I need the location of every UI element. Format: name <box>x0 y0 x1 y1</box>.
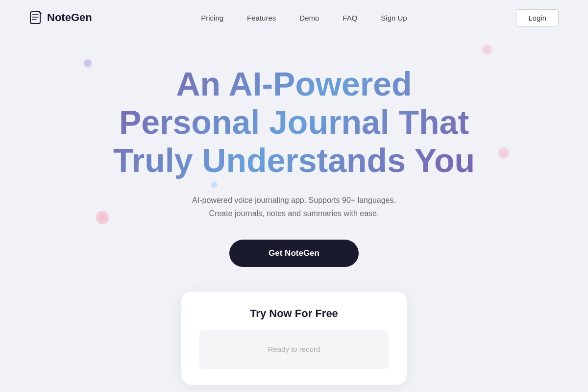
nav-links: Pricing Features Demo FAQ Sign Up <box>201 14 407 22</box>
hero-title: An AI-Powered Personal Journal That Trul… <box>103 65 485 180</box>
nav-link-pricing[interactable]: Pricing <box>201 14 223 22</box>
login-button[interactable]: Login <box>516 9 559 26</box>
cta-button[interactable]: Get NoteGen <box>229 240 359 267</box>
nav-link-faq[interactable]: FAQ <box>343 14 357 22</box>
hero-subtitle: AI-powered voice journaling app. Support… <box>192 194 396 220</box>
hero-section: An AI-Powered Personal Journal That Trul… <box>0 35 588 385</box>
record-placeholder: Ready to record <box>268 345 320 353</box>
hero-subtitle-line2: Create journals, notes and summaries wit… <box>209 209 379 218</box>
svg-rect-0 <box>30 12 40 24</box>
logo-icon <box>29 11 43 24</box>
try-card-title: Try Now For Free <box>199 307 389 320</box>
navbar: NoteGen Pricing Features Demo FAQ Sign U… <box>0 0 588 35</box>
nav-link-demo[interactable]: Demo <box>299 14 319 22</box>
logo[interactable]: NoteGen <box>29 11 92 24</box>
nav-link-signup[interactable]: Sign Up <box>381 14 407 22</box>
try-card: Try Now For Free Ready to record <box>181 292 407 385</box>
record-area[interactable]: Ready to record <box>199 330 389 369</box>
hero-subtitle-line1: AI-powered voice journaling app. Support… <box>192 196 396 204</box>
logo-text: NoteGen <box>47 11 92 24</box>
nav-link-features[interactable]: Features <box>247 14 276 22</box>
